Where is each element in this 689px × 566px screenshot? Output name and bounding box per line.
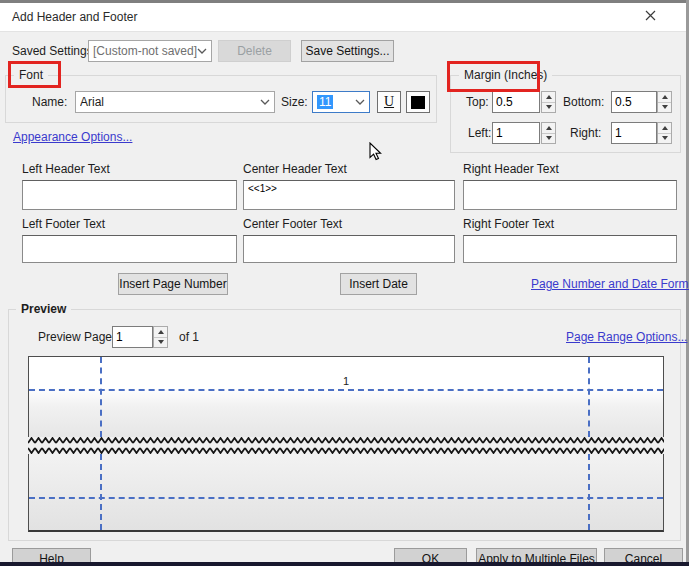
right-margin-guide <box>588 454 590 530</box>
margin-top-spinner[interactable] <box>541 91 556 113</box>
appearance-options-link[interactable]: Appearance Options... <box>13 130 132 144</box>
right-header-textarea[interactable] <box>463 180 677 210</box>
center-footer-textarea[interactable] <box>243 235 455 263</box>
font-name-label: Name: <box>32 91 67 113</box>
margin-group-label: Margin (Inches) <box>459 68 552 82</box>
preview-page-spinner[interactable] <box>153 326 168 348</box>
close-button[interactable] <box>639 6 661 24</box>
insert-date-button[interactable]: Insert Date <box>340 273 417 295</box>
font-color-button[interactable] <box>406 91 430 113</box>
spinner-up-icon[interactable] <box>542 92 555 103</box>
bottom-margin-guide <box>29 497 663 499</box>
torn-edge-bottom-icon <box>28 447 664 454</box>
underline-icon: U <box>384 94 394 110</box>
spinner-up-icon[interactable] <box>154 327 167 338</box>
selected-size-text: 11 <box>317 95 333 109</box>
color-swatch-icon <box>411 96 425 109</box>
left-header-label: Left Header Text <box>22 158 110 180</box>
titlebar: Add Header and Footer <box>0 3 686 32</box>
margin-right-spinner[interactable] <box>657 122 672 144</box>
delete-button[interactable]: Delete <box>218 40 291 62</box>
spinner-up-icon[interactable] <box>658 92 671 103</box>
chevron-down-icon <box>260 99 270 105</box>
torn-edge-top-icon <box>28 437 664 444</box>
top-margin-guide <box>29 389 663 391</box>
left-margin-guide <box>100 357 102 437</box>
close-icon <box>645 10 656 21</box>
font-group-label: Font <box>14 68 48 82</box>
save-settings-button[interactable]: Save Settings... <box>301 40 394 62</box>
right-footer-textarea[interactable] <box>463 235 677 263</box>
preview-page-bottom <box>28 454 664 532</box>
dialog-title: Add Header and Footer <box>12 10 137 24</box>
left-header-textarea[interactable] <box>22 180 237 210</box>
left-margin-guide <box>100 454 102 530</box>
screen-edge-strip <box>0 562 689 566</box>
font-name-select[interactable]: Arial <box>75 91 275 113</box>
left-footer-textarea[interactable] <box>22 235 237 263</box>
margin-left-label: Left: <box>468 122 491 144</box>
margin-bottom-label: Bottom: <box>563 91 604 113</box>
spinner-down-icon[interactable] <box>542 134 555 144</box>
margin-bottom-input[interactable] <box>611 91 657 113</box>
chevron-down-icon <box>197 48 207 54</box>
spinner-down-icon[interactable] <box>542 103 555 113</box>
spinner-up-icon[interactable] <box>658 123 671 134</box>
cursor-icon <box>369 142 383 162</box>
margin-left-spinner[interactable] <box>541 122 556 144</box>
margin-bottom-spinner[interactable] <box>657 91 672 113</box>
page-number-date-format-link[interactable]: Page Number and Date Format... <box>531 277 689 291</box>
left-footer-label: Left Footer Text <box>22 213 105 235</box>
preview-page-input[interactable] <box>112 326 153 348</box>
spinner-up-icon[interactable] <box>542 123 555 134</box>
preview-page-label: Preview Page <box>38 326 112 348</box>
page-number-preview: 1 <box>29 375 663 387</box>
insert-page-number-button[interactable]: Insert Page Number <box>118 273 228 295</box>
saved-settings-label: Saved Settings: <box>12 40 96 62</box>
spinner-down-icon[interactable] <box>658 103 671 113</box>
margin-top-label: Top: <box>466 91 489 113</box>
preview-page-top: 1 <box>28 356 664 437</box>
right-footer-label: Right Footer Text <box>463 213 554 235</box>
add-header-footer-dialog: Add Header and Footer Saved Settings: [C… <box>0 0 689 566</box>
margin-top-input[interactable] <box>492 91 540 113</box>
preview-of-label: of 1 <box>179 326 199 348</box>
margin-left-input[interactable] <box>492 122 540 144</box>
preview-group-label: Preview <box>16 302 71 316</box>
margin-right-label: Right: <box>570 122 601 144</box>
font-size-label: Size: <box>281 91 308 113</box>
underline-button[interactable]: U <box>377 91 401 113</box>
margin-right-input[interactable] <box>611 122 657 144</box>
right-header-label: Right Header Text <box>463 158 559 180</box>
center-header-textarea[interactable]: <<1>> <box>243 180 455 210</box>
page-range-options-link[interactable]: Page Range Options... <box>566 330 687 344</box>
center-header-label: Center Header Text <box>243 158 347 180</box>
saved-settings-select[interactable]: [Custom-not saved] <box>88 40 212 62</box>
spinner-down-icon[interactable] <box>658 134 671 144</box>
font-size-combo[interactable]: 11 <box>312 91 370 113</box>
right-margin-guide <box>588 357 590 437</box>
spinner-down-icon[interactable] <box>154 338 167 348</box>
chevron-down-icon <box>355 99 365 105</box>
center-footer-label: Center Footer Text <box>243 213 342 235</box>
